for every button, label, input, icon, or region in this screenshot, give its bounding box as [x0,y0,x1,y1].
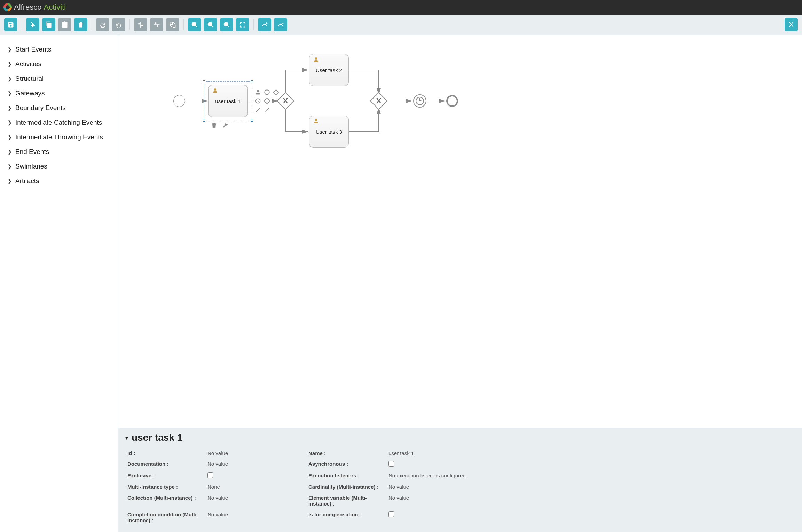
user-task-1[interactable]: user task 1 [208,85,248,117]
user-icon[interactable] [255,89,261,95]
prop-value[interactable] [388,461,469,468]
palette-item[interactable]: ❯Artifacts [6,174,111,188]
palette-sidebar: ❯Start Events❯Activities❯Structural❯Gate… [0,35,118,532]
quick-palette-bottom[interactable] [211,122,228,128]
prop-value[interactable]: No execution listeners configured [388,472,469,478]
zoom-fit-button[interactable] [236,18,249,31]
add-bendpoint-button[interactable] [258,18,271,31]
close-button[interactable]: X [785,18,798,31]
timer-event[interactable] [413,94,426,108]
palette-item[interactable]: ❯End Events [6,144,111,159]
wrench-icon[interactable] [222,122,228,128]
prop-value[interactable]: No value [207,511,288,517]
prop-value[interactable] [388,511,469,518]
palette-item[interactable]: ❯Swimlanes [6,159,111,174]
chevron-right-icon: ❯ [8,120,12,125]
save-button[interactable] [4,18,17,31]
prop-value[interactable]: No value [207,495,288,501]
prop-checkbox[interactable] [388,511,394,517]
prop-value[interactable]: user task 1 [388,450,469,456]
prop-value[interactable]: No value [388,495,469,501]
arrow-icon[interactable] [255,107,261,113]
copy-button[interactable] [42,18,55,31]
properties-panel: ▾ user task 1 Id :No valueName :user tas… [118,428,802,532]
prop-value[interactable]: None [207,484,288,490]
remove-bendpoint-button[interactable] [274,18,287,31]
same-size-button[interactable] [166,18,179,31]
logo-text: Alfresco Activiti [14,3,66,12]
prop-label: Documentation : [127,461,207,467]
chevron-right-icon: ❯ [8,91,12,96]
properties-header[interactable]: ▾ user task 1 [118,428,802,447]
svg-point-1 [280,24,281,25]
palette-item[interactable]: ❯Gateways [6,86,111,101]
association-icon[interactable] [264,107,270,113]
palette-label: Structural [15,75,44,83]
prop-checkbox[interactable] [388,461,394,467]
circle-icon[interactable] [264,89,270,95]
toolbar-separator [22,19,22,30]
prop-value[interactable]: No value [207,461,288,467]
prop-label: Execution listeners : [308,472,388,478]
align-vertical-button[interactable] [134,18,147,31]
prop-label: Exclusive : [127,472,207,478]
delete-button[interactable] [74,18,87,31]
prop-label: Name : [308,450,388,456]
quick-palette-row1[interactable] [255,89,279,95]
redo-button[interactable] [96,18,109,31]
prop-label: Multi-instance type : [127,484,207,490]
palette-label: Intermediate Throwing Events [15,133,103,141]
exclusive-gateway-1[interactable]: X [277,92,294,110]
canvas[interactable]: user task 1 X [118,35,802,428]
palette-item[interactable]: ❯Structural [6,71,111,86]
chevron-right-icon: ❯ [8,178,12,184]
chevron-right-icon: ❯ [8,105,12,111]
palette-item[interactable]: ❯Boundary Events [6,101,111,115]
svg-point-0 [264,24,265,25]
logo: Alfresco Activiti [3,3,66,12]
palette-label: Gateways [15,89,45,97]
end-icon[interactable] [264,98,270,104]
zoom-out-button[interactable] [204,18,217,31]
svg-point-9 [265,99,269,103]
end-event[interactable] [446,95,458,107]
palette-label: Start Events [15,46,52,53]
toolbar-separator [183,19,184,30]
palette-label: Swimlanes [15,163,47,170]
user-task-3[interactable]: User task 3 [309,116,349,148]
logo-icon [3,3,12,11]
exclusive-gateway-2[interactable]: X [370,92,388,110]
align-horizontal-button[interactable] [150,18,163,31]
quick-palette-row3[interactable] [255,107,270,113]
prop-label: Cardinality (Multi-instance) : [308,484,388,490]
start-event[interactable] [173,95,185,107]
palette-item[interactable]: ❯Start Events [6,42,111,57]
palette-item[interactable]: ❯Activities [6,57,111,71]
brand-secondary: Activiti [44,3,66,11]
zoom-in-button[interactable] [188,18,201,31]
task-label: User task 3 [309,116,348,147]
paste-button[interactable] [58,18,71,31]
toolbar-separator [129,19,130,30]
prop-value[interactable]: No value [388,484,469,490]
prop-value[interactable]: No value [207,450,288,456]
delete-icon[interactable] [211,122,217,128]
palette-item[interactable]: ❯Intermediate Throwing Events [6,130,111,144]
gateway-icon[interactable] [273,89,279,95]
chevron-right-icon: ❯ [8,134,12,140]
cut-button[interactable] [26,18,39,31]
zoom-actual-button[interactable] [220,18,233,31]
chevron-right-icon: ❯ [8,149,12,155]
user-task-2[interactable]: User task 2 [309,54,349,86]
timer-icon[interactable] [255,98,261,104]
palette-label: Boundary Events [15,104,66,112]
top-bar: Alfresco Activiti [0,0,802,15]
prop-label: Completion condition (Multi-instance) : [127,511,207,523]
prop-value[interactable] [207,472,288,479]
quick-palette-row2[interactable] [255,98,279,104]
prop-checkbox[interactable] [207,472,213,478]
prop-label: Is for compensation : [308,511,388,517]
palette-item[interactable]: ❯Intermediate Catching Events [6,115,111,130]
undo-button[interactable] [112,18,125,31]
palette-label: End Events [15,148,49,156]
